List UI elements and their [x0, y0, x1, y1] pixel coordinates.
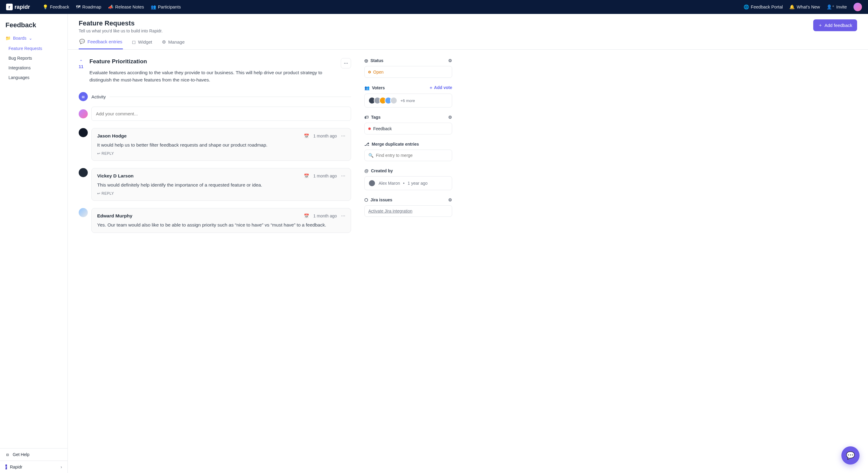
- commenter-avatar: [79, 208, 88, 217]
- org-switcher[interactable]: r Rapidr ›: [0, 461, 67, 473]
- voters-icon: 👥: [364, 85, 370, 90]
- comment-more-menu[interactable]: ⋯: [341, 134, 345, 138]
- merge-input[interactable]: [376, 153, 448, 158]
- plus-icon: ＋: [818, 22, 823, 28]
- chat-bubble-icon: 💬: [846, 451, 855, 460]
- status-label: Status: [370, 58, 383, 63]
- comment-card: Vickey D Larson 📅 1 month ago ⋯ This wou…: [91, 168, 351, 201]
- board-languages[interactable]: Languages: [0, 73, 67, 82]
- main: Feature Requests Tell us what you'd like…: [68, 14, 868, 473]
- tags-label: Tags: [371, 115, 381, 120]
- comment-author: Jason Hodge: [97, 133, 126, 139]
- globe-icon: 🌐: [744, 4, 749, 10]
- voter-avatar: [390, 97, 397, 104]
- nav-release-notes[interactable]: 📣Release Notes: [108, 4, 144, 10]
- search-icon: 🔍: [368, 153, 373, 158]
- get-help[interactable]: ⦻ Get Help: [0, 448, 67, 461]
- at-icon: @: [364, 168, 369, 173]
- nav-whatsnew[interactable]: 🔔What's New: [789, 4, 820, 10]
- more-voters: +6 more: [400, 98, 415, 103]
- nav-roadmap[interactable]: 🗺Roadmap: [76, 4, 101, 9]
- activity-icon: ≣: [79, 92, 88, 101]
- createdby-label: Created by: [371, 168, 393, 173]
- page-title: Feature Requests: [79, 19, 162, 27]
- user-avatar[interactable]: [854, 3, 862, 11]
- voters-box[interactable]: +6 more: [364, 94, 452, 108]
- createdby-box: Alex Maron • 1 year ago: [364, 176, 452, 190]
- comment-more-menu[interactable]: ⋯: [341, 174, 345, 178]
- tabs: 💬Feedback entries ◻Widget ⚙Manage: [68, 33, 868, 50]
- logo[interactable]: r rapidr: [6, 4, 30, 10]
- reply-button[interactable]: ↩REPLY: [97, 191, 114, 196]
- calendar-icon: 📅: [304, 134, 309, 138]
- entry-more-menu[interactable]: ⋯: [341, 58, 351, 68]
- comment-body: It would help us to better filter feedba…: [97, 142, 345, 148]
- calendar-icon: 📅: [304, 174, 309, 178]
- board-bug-reports[interactable]: Bug Reports: [0, 53, 67, 63]
- tab-widget[interactable]: ◻Widget: [131, 39, 153, 49]
- board-feature-requests[interactable]: Feature Requests: [0, 43, 67, 53]
- reply-button[interactable]: ↩REPLY: [97, 151, 114, 156]
- tab-feedback-entries[interactable]: 💬Feedback entries: [79, 39, 123, 49]
- tab-manage[interactable]: ⚙Manage: [161, 39, 185, 49]
- merge-icon: ⎇: [364, 142, 369, 147]
- status-icon: ◎: [364, 58, 368, 63]
- activity-label: Activity: [91, 94, 106, 99]
- upvote-button[interactable]: ⌃ 11: [79, 58, 84, 69]
- boards-label: Boards: [13, 36, 26, 40]
- comment-time: 1 month ago: [313, 174, 337, 178]
- user-plus-icon: 👤⁺: [827, 4, 834, 10]
- creator-time: 1 year ago: [408, 181, 428, 186]
- box-icon: ◻: [132, 39, 135, 45]
- comment-time: 1 month ago: [313, 213, 337, 218]
- nav-portal[interactable]: 🌐Feedback Portal: [744, 4, 783, 10]
- voters-label: Voters: [372, 85, 385, 90]
- jira-activate-link[interactable]: Activate Jira integration: [368, 209, 412, 213]
- comment-card: Edward Murphy 📅 1 month ago ⋯ Yes. Our t…: [91, 208, 351, 233]
- map-icon: 🗺: [76, 4, 81, 9]
- current-user-avatar: [79, 109, 88, 118]
- commenter-avatar: [79, 128, 88, 137]
- chevron-down-icon: ⌄: [29, 36, 32, 40]
- comment-body: This would definitely help identify the …: [97, 182, 345, 188]
- comment-author: Vickey D Larson: [97, 173, 133, 179]
- gear-icon[interactable]: ⚙: [448, 115, 452, 120]
- nav-invite[interactable]: 👤⁺Invite: [827, 4, 847, 10]
- bell-icon: 🔔: [789, 4, 795, 10]
- board-integrations[interactable]: Integrations: [0, 63, 67, 73]
- add-feedback-button[interactable]: ＋ Add feedback: [813, 19, 857, 31]
- boards-toggle[interactable]: 📁 Boards ⌄: [0, 34, 67, 43]
- reply-icon: ↩: [97, 191, 100, 196]
- tags-box[interactable]: Feedback: [364, 123, 452, 135]
- page-subtitle: Tell us what you'd like us to build into…: [79, 28, 162, 33]
- jira-label: Jira issues: [370, 198, 392, 202]
- status-select[interactable]: Open: [364, 66, 452, 78]
- chat-icon: 💬: [79, 39, 85, 44]
- sidebar: Feedback 📁 Boards ⌄ Feature Requests Bug…: [0, 14, 68, 473]
- comment-time: 1 month ago: [313, 134, 337, 138]
- folder-icon: 📁: [5, 36, 10, 40]
- comment-input[interactable]: [91, 107, 351, 121]
- gear-icon[interactable]: ⚙: [448, 58, 452, 63]
- help-icon: ⦻: [5, 452, 10, 457]
- merge-label: Merge duplicate entries: [372, 142, 419, 147]
- add-vote-button[interactable]: ＋ Add vote: [429, 85, 452, 91]
- gear-icon[interactable]: ⚙: [448, 198, 452, 202]
- comment-author: Edward Murphy: [97, 213, 132, 219]
- comment-more-menu[interactable]: ⋯: [341, 213, 345, 218]
- jira-icon: ⬡: [364, 198, 368, 202]
- topnav: r rapidr 💡Feedback 🗺Roadmap 📣Release Not…: [0, 0, 868, 14]
- comment-card: Jason Hodge 📅 1 month ago ⋯ It would hel…: [91, 128, 351, 161]
- logo-mark-icon: r: [6, 4, 13, 10]
- comment-body: Yes. Our team would also like to be able…: [97, 222, 345, 228]
- sliders-icon: ⚙: [162, 39, 166, 45]
- reply-icon: ↩: [97, 151, 100, 156]
- tag-dot-icon: [368, 127, 371, 130]
- nav-participants[interactable]: 👥Participants: [151, 4, 181, 10]
- chat-fab[interactable]: 💬: [841, 446, 860, 465]
- creator-name: Alex Maron: [379, 181, 400, 186]
- nav-feedback[interactable]: 💡Feedback: [43, 4, 69, 10]
- status-dot-icon: [368, 71, 371, 73]
- tag-icon: 🏷: [364, 115, 369, 120]
- chevron-right-icon: ›: [61, 465, 62, 469]
